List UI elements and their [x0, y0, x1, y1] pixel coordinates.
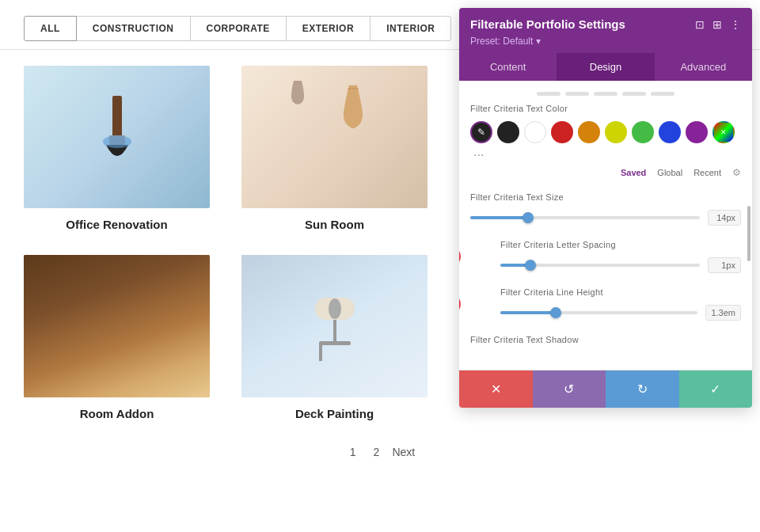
color-swatch-white[interactable]: [524, 121, 546, 143]
line-height-thumb[interactable]: [550, 307, 561, 318]
color-tab-recent[interactable]: Recent: [694, 168, 721, 177]
text-size-track[interactable]: [470, 216, 700, 219]
filter-tab-interior[interactable]: INTERIOR: [370, 16, 451, 41]
color-swatch-green[interactable]: [632, 121, 654, 143]
color-swatch-purple[interactable]: [686, 121, 708, 143]
text-shadow-label: Filter Criteria Text Shadow: [470, 335, 741, 344]
svg-point-7: [329, 298, 341, 319]
cancel-button[interactable]: ✕: [459, 370, 533, 408]
badge-1: 1: [459, 246, 461, 267]
page-1[interactable]: 1: [345, 444, 361, 460]
portfolio-item-room-addon[interactable]: Room Addon: [24, 255, 210, 420]
tab-design[interactable]: Design: [557, 53, 654, 81]
line-height-label: Filter Criteria Line Height: [500, 287, 741, 297]
line-height-value: 1.3em: [705, 305, 741, 321]
more-swatches[interactable]: ···: [470, 148, 487, 162]
svg-rect-0: [112, 96, 122, 139]
page-2[interactable]: 2: [369, 444, 385, 460]
color-settings-icon[interactable]: ⚙: [732, 167, 741, 178]
text-size-thumb[interactable]: [522, 212, 534, 223]
color-swatches: ✎ ✕ ···: [470, 121, 741, 162]
portfolio-grid: Office Renovation Sun Room Room Addon: [0, 66, 451, 420]
color-swatch-pencil[interactable]: ✎: [470, 121, 492, 143]
text-size-slider-row: 14px: [470, 210, 741, 226]
color-swatch-gradient[interactable]: ✕: [712, 121, 735, 143]
text-shadow-section: Filter Criteria Text Shadow: [470, 335, 741, 344]
color-swatch-yellow[interactable]: [605, 121, 627, 143]
vase-svg: [341, 86, 365, 129]
tab-advanced[interactable]: Advanced: [655, 53, 752, 81]
line-height-track[interactable]: [500, 311, 697, 314]
scroll-dot-1: [537, 92, 560, 96]
text-size-fill: [470, 216, 528, 219]
portfolio-title-office: Office Renovation: [24, 218, 210, 231]
letter-spacing-thumb[interactable]: [525, 260, 536, 271]
columns-icon[interactable]: ⊞: [712, 18, 722, 31]
portfolio-item-deck-painting[interactable]: Deck Painting: [241, 255, 428, 420]
color-swatch-black[interactable]: [497, 121, 519, 143]
scroll-indicators: [470, 92, 741, 96]
panel-tabs: Content Design Advanced: [459, 53, 752, 81]
color-swatch-orange[interactable]: [578, 121, 600, 143]
color-label: Filter Criteria Text Color: [470, 104, 741, 113]
text-size-label: Filter Criteria Text Size: [470, 192, 741, 202]
scroll-dot-5: [651, 92, 674, 96]
portfolio-title-room: Room Addon: [24, 407, 210, 420]
portfolio-image-sunroom: [241, 66, 428, 208]
brush-svg: [86, 96, 149, 175]
color-section: Filter Criteria Text Color ✎ ✕ ···: [470, 104, 741, 178]
text-size-section: Filter Criteria Text Size 14px: [470, 192, 741, 226]
letter-spacing-slider-row: 1px: [500, 257, 741, 273]
line-height-fill: [500, 311, 556, 314]
svg-rect-5: [319, 341, 351, 345]
portfolio-item-sun-room[interactable]: Sun Room: [241, 66, 428, 231]
filter-tab-corporate[interactable]: CORPORATE: [190, 16, 287, 41]
filter-tab-all[interactable]: ALL: [24, 16, 77, 41]
color-sub-tabs: Saved Global Recent ⚙: [470, 167, 741, 178]
scrollbar[interactable]: [747, 206, 750, 261]
color-swatch-blue[interactable]: [659, 121, 681, 143]
filter-tab-construction[interactable]: CONSTRUCTION: [76, 16, 191, 41]
panel-title-row: Filterable Portfolio Settings ⊡ ⊞ ⋮: [470, 17, 741, 31]
panel-title: Filterable Portfolio Settings: [470, 17, 625, 31]
color-swatch-red[interactable]: [551, 121, 573, 143]
portfolio-image-room: [24, 255, 210, 397]
portfolio-image-brush: [24, 66, 210, 208]
pagination: 1 2 Next: [0, 428, 760, 476]
filter-tab-exterior[interactable]: EXTERIOR: [286, 16, 370, 41]
reset-fwd-button[interactable]: ↻: [606, 370, 679, 408]
panel-header: Filterable Portfolio Settings ⊡ ⊞ ⋮ Pres…: [459, 8, 752, 53]
scroll-dot-2: [565, 92, 589, 96]
pencil-icon: ✎: [477, 127, 485, 138]
portfolio-title-deck: Deck Painting: [241, 407, 428, 420]
letter-spacing-section: 1 Filter Criteria Letter Spacing 1px: [470, 240, 741, 273]
svg-rect-6: [319, 344, 322, 361]
settings-panel: Filterable Portfolio Settings ⊡ ⊞ ⋮ Pres…: [459, 8, 752, 408]
color-tab-saved[interactable]: Saved: [621, 168, 646, 177]
portfolio-title-sunroom: Sun Room: [241, 218, 428, 231]
text-size-value: 14px: [708, 210, 741, 226]
small-vase-svg: [290, 81, 306, 104]
portfolio-image-deck: [241, 255, 428, 397]
svg-point-2: [103, 135, 131, 148]
badge-2: 2: [459, 294, 461, 314]
color-tab-global[interactable]: Global: [657, 168, 682, 177]
confirm-button[interactable]: ✓: [679, 370, 753, 408]
roller-svg: [311, 298, 359, 369]
panel-preset[interactable]: Preset: Default ▾: [470, 36, 741, 53]
next-button[interactable]: Next: [392, 446, 415, 458]
line-height-slider-row: 1.3em: [500, 305, 741, 321]
gradient-icon: ✕: [714, 123, 733, 142]
letter-spacing-value: 1px: [708, 257, 741, 273]
letter-spacing-track[interactable]: [500, 264, 700, 267]
svg-rect-4: [333, 320, 336, 344]
fullscreen-icon[interactable]: ⊡: [695, 18, 705, 31]
reset-back-button[interactable]: ↺: [533, 370, 606, 408]
line-height-section: 2 Filter Criteria Line Height 1.3em: [470, 287, 741, 321]
panel-footer: ✕ ↺ ↻ ✓: [459, 370, 752, 408]
scroll-dot-3: [594, 92, 618, 96]
more-icon[interactable]: ⋮: [730, 18, 741, 31]
portfolio-item-office-renovation[interactable]: Office Renovation: [24, 66, 210, 231]
scroll-dot-4: [622, 92, 646, 96]
tab-content[interactable]: Content: [459, 53, 557, 81]
